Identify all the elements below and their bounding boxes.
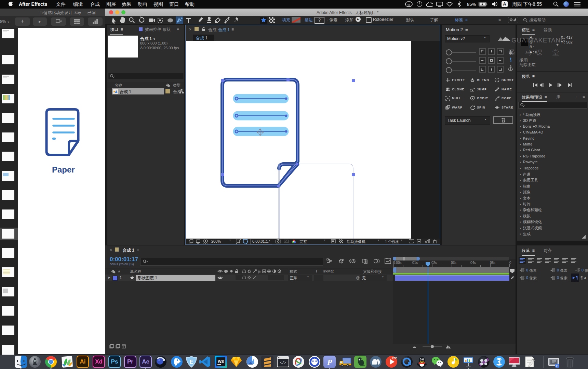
svg-text:P: P xyxy=(556,364,558,368)
svg-text:PDF: PDF xyxy=(392,357,397,359)
svg-text:P: P xyxy=(327,358,332,367)
svg-text:</>: </> xyxy=(280,361,286,365)
svg-text:E: E xyxy=(190,359,193,365)
svg-text:fx: fx xyxy=(258,270,261,273)
svg-text:WS: WS xyxy=(218,359,224,364)
svg-text:cc: cc xyxy=(407,3,410,6)
